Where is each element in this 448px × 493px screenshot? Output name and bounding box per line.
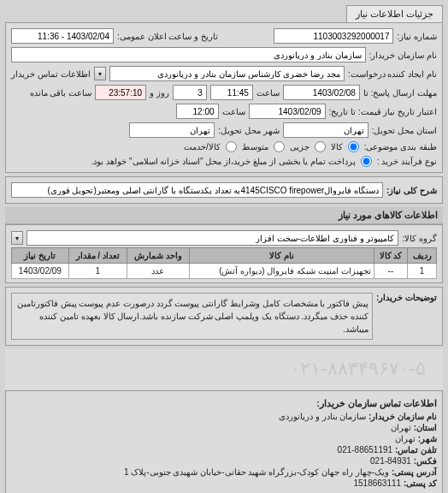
label-reply-deadline: مهلت ارسال پاسخ: تا: [363, 88, 437, 98]
th-code: کد کالا: [374, 248, 407, 264]
label-days: روز و: [150, 88, 169, 98]
text-purchase-process: پرداخت تمام یا بخشی از مبلغ خرید،از محل …: [91, 157, 356, 166]
label-partial: جزیی: [290, 142, 309, 151]
input-buyer-org[interactable]: [11, 47, 366, 62]
label-requester: نام ایجاد کننده درخواست:: [348, 69, 437, 79]
radio-goods[interactable]: [348, 141, 359, 152]
watermark-text: ۰۲۱-۸۸۳۴۹۶۷۰-۵: [290, 358, 426, 380]
label-validity-time: ساعت: [222, 107, 245, 116]
value-c-province: تهران: [391, 423, 411, 432]
th-unit: واحد شمارش: [127, 248, 189, 264]
buyer-contact-button[interactable]: اطلاعات تماس خریدار: [11, 69, 91, 79]
label-buyer-org: نام سازمان خریدار:: [369, 50, 437, 60]
td-code: --: [374, 264, 407, 279]
label-purchase-process: نوع فرآیند خرید :: [377, 157, 437, 166]
radio-partial[interactable]: [315, 141, 326, 152]
table-row[interactable]: 1 -- تجهیزات امنیت شبکه فایروال (دیواره …: [12, 264, 437, 279]
input-public-date[interactable]: [11, 28, 114, 44]
td-name: تجهیزات امنیت شبکه فایروال (دیواره آتش): [190, 264, 374, 279]
input-general-title[interactable]: [11, 182, 383, 198]
td-row: 1: [408, 264, 437, 279]
label-medium: متوسط: [242, 142, 268, 151]
label-c-buyer-name: نام سازمان خریدار:: [368, 412, 437, 421]
table-header-row: ردیف کد کالا نام کالا واحد شمارش تعداد /…: [12, 248, 437, 264]
input-validity-time[interactable]: [176, 104, 219, 119]
watermark-zone: ۰۲۱-۸۸۳۴۹۶۷۰-۵: [5, 349, 443, 390]
label-c-postal: کد پستی:: [404, 478, 437, 488]
input-delivery-province[interactable]: [283, 122, 368, 138]
radio-service[interactable]: [226, 141, 237, 152]
label-c-fax: فکس:: [414, 456, 437, 466]
th-qty: تعداد / مقدار: [68, 248, 127, 264]
label-item-group: گروه کالا:: [402, 234, 437, 243]
label-buyer-note: توضیحات خریدار:: [376, 293, 437, 302]
th-date: تاریخ نیاز: [12, 248, 69, 264]
label-service: کالا/خدمت: [184, 142, 221, 151]
input-requester[interactable]: [109, 66, 345, 81]
contact-section-title: اطلاعات تماس سازمان خریدار:: [11, 395, 437, 411]
section-items-title: اطلاعات کالاهای مورد نیاز: [5, 207, 443, 224]
value-c-postal: 1518663111: [353, 478, 401, 488]
input-remaining: [95, 85, 146, 100]
td-qty: 1: [68, 264, 127, 279]
label-goods: کالا: [331, 142, 343, 151]
th-row: ردیف: [408, 248, 437, 264]
value-c-phone: 021-88651191: [338, 445, 393, 454]
label-c-address: آدرس پستی:: [392, 467, 437, 477]
input-reply-time[interactable]: [210, 85, 253, 100]
creator-info-title: اطلاعات ایجاد کننده درخواست:: [11, 489, 437, 493]
label-c-city: شهر:: [418, 434, 437, 443]
tab-need-details[interactable]: جزئیات اطلاعات نیاز: [346, 5, 443, 22]
input-need-no[interactable]: [274, 28, 393, 44]
label-general-title: شرح کلی نیاز:: [386, 186, 437, 195]
radio-medium[interactable]: [274, 141, 285, 152]
buyer-contact-dropdown-icon[interactable]: ▾: [94, 67, 106, 80]
input-reply-date[interactable]: [283, 85, 360, 100]
value-c-fax: 021-84931: [370, 456, 411, 466]
label-delivery-city: شهر محل تحویل:: [218, 126, 279, 135]
label-validity: اعتبار تاریخ نیاز قیمت: تا تاریخ:: [329, 107, 437, 116]
label-public-date: تاریخ و ساعت اعلان عمومی:: [117, 32, 218, 41]
label-c-phone: تلفن تماس:: [395, 445, 437, 454]
buyer-note-text: پیش فاکتور با مشخصات کامل وشرایط گارانتی…: [11, 293, 373, 340]
td-date: 1403/02/09: [12, 264, 69, 279]
value-c-address: ویک-چهار راه جهان کودک-بزرگراه شهید حقان…: [124, 467, 389, 477]
input-item-group[interactable]: [27, 230, 398, 246]
input-delivery-city[interactable]: [129, 122, 215, 138]
input-days[interactable]: [173, 85, 207, 100]
item-group-dropdown-icon[interactable]: ▾: [11, 231, 23, 245]
label-c-province: استان:: [414, 423, 437, 432]
th-name: نام کالا: [190, 248, 374, 264]
label-remaining: ساعت باقی مانده: [30, 88, 92, 98]
input-validity-date[interactable]: [249, 104, 326, 119]
radio-purchase-process[interactable]: [361, 156, 372, 167]
label-delivery-province: استان محل تحویل:: [372, 126, 437, 135]
value-c-city: تهران: [395, 434, 416, 443]
label-reply-time: ساعت: [256, 88, 280, 98]
value-c-buyer-name: سازمان بنادر و دریانوردی: [279, 412, 366, 421]
label-category: طبقه بندی موضوعی:: [364, 142, 437, 151]
label-need-no: شماره نیاز:: [397, 32, 437, 41]
td-unit: عدد: [127, 264, 189, 279]
items-table: ردیف کد کالا نام کالا واحد شمارش تعداد /…: [11, 247, 437, 279]
